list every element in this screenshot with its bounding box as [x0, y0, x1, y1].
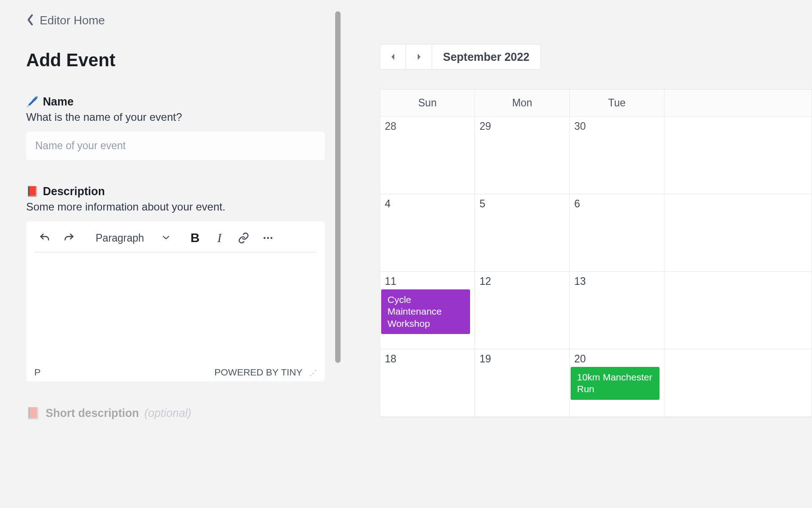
calendar-cell[interactable]: 6: [570, 194, 664, 271]
svg-marker-4: [418, 54, 420, 60]
day-header: Mon: [475, 90, 570, 116]
editor-panel: Editor Home Add Event 🖊️ Name What is th…: [0, 0, 343, 508]
calendar-day-header-row: Sun Mon Tue: [380, 90, 812, 117]
breadcrumb-label: Editor Home: [40, 14, 105, 27]
calendar-next-button[interactable]: [406, 44, 432, 69]
book-icon: 📕: [26, 186, 38, 197]
calendar-cell[interactable]: 30: [570, 117, 664, 194]
calendar-week-row: 4 5 6: [380, 194, 812, 272]
editor-content-area[interactable]: [34, 252, 317, 365]
paragraph-format-select[interactable]: Paragraph: [92, 232, 174, 244]
short-description-label: 📕 Short description (optional): [26, 407, 325, 420]
calendar-grid: Sun Mon Tue 28 29 30 4 5 6 11 Cycle Main…: [380, 89, 812, 417]
svg-marker-3: [392, 54, 394, 60]
calendar-cell[interactable]: 12: [475, 272, 570, 349]
rich-text-editor: Paragraph B I P POWERED BY TINY: [26, 221, 325, 381]
calendar-cell[interactable]: 11 Cycle Maintenance Workshop: [380, 272, 475, 349]
calendar-cell[interactable]: 4: [380, 194, 475, 271]
chevron-down-icon: [162, 232, 170, 244]
scrollbar[interactable]: [335, 11, 341, 363]
event-name-input[interactable]: [26, 132, 325, 160]
calendar-cell[interactable]: 19: [475, 349, 570, 416]
description-field-group: 📕 Description Some more information abou…: [26, 185, 325, 381]
name-field-group: 🖊️ Name What is the name of your event?: [26, 95, 325, 160]
day-header: Tue: [570, 90, 664, 116]
chevron-left-icon: [26, 14, 34, 27]
calendar-week-row: 28 29 30: [380, 117, 812, 194]
name-field-help: What is the name of your event?: [26, 111, 325, 124]
book-icon: 📕: [26, 407, 40, 420]
editor-path: P: [34, 367, 41, 378]
svg-point-1: [267, 237, 269, 239]
resize-handle-icon[interactable]: ⋰: [309, 369, 317, 377]
link-button[interactable]: [236, 230, 251, 246]
undo-button[interactable]: [37, 230, 52, 246]
bold-button[interactable]: B: [187, 231, 203, 245]
powered-by-label: POWERED BY TINY: [214, 367, 302, 377]
editor-footer: P POWERED BY TINY ⋰: [34, 365, 317, 378]
calendar-week-row: 18 19 20 10km Manchester Run: [380, 349, 812, 417]
name-field-label: 🖊️ Name: [26, 95, 325, 108]
day-header: Sun: [380, 90, 475, 116]
svg-point-2: [271, 237, 272, 239]
breadcrumb-back[interactable]: Editor Home: [26, 14, 325, 27]
calendar-cell[interactable]: 29: [475, 117, 570, 194]
calendar-prev-button[interactable]: [380, 44, 406, 69]
redo-button[interactable]: [61, 230, 77, 246]
editor-toolbar: Paragraph B I: [34, 226, 317, 252]
calendar-week-row: 11 Cycle Maintenance Workshop 12 13: [380, 272, 812, 349]
calendar-cell[interactable]: 20 10km Manchester Run: [570, 349, 664, 416]
calendar-cell[interactable]: 5: [475, 194, 570, 271]
calendar-cell[interactable]: 28: [380, 117, 475, 194]
calendar-event[interactable]: Cycle Maintenance Workshop: [381, 289, 470, 334]
calendar-header: September 2022: [380, 44, 812, 69]
page-title: Add Event: [26, 50, 325, 70]
pencil-icon: 🖊️: [26, 96, 38, 108]
calendar-event[interactable]: 10km Manchester Run: [571, 367, 660, 400]
calendar-title: September 2022: [432, 44, 541, 69]
description-field-help: Some more information about your event.: [26, 201, 325, 213]
italic-button[interactable]: I: [212, 231, 227, 245]
more-button[interactable]: [260, 230, 276, 246]
calendar-cell[interactable]: 13: [570, 272, 664, 349]
calendar-panel: September 2022 Sun Mon Tue 28 29 30 4 5 …: [343, 0, 812, 508]
description-field-label: 📕 Description: [26, 185, 325, 198]
svg-point-0: [264, 237, 266, 239]
calendar-cell[interactable]: 18: [380, 349, 475, 416]
